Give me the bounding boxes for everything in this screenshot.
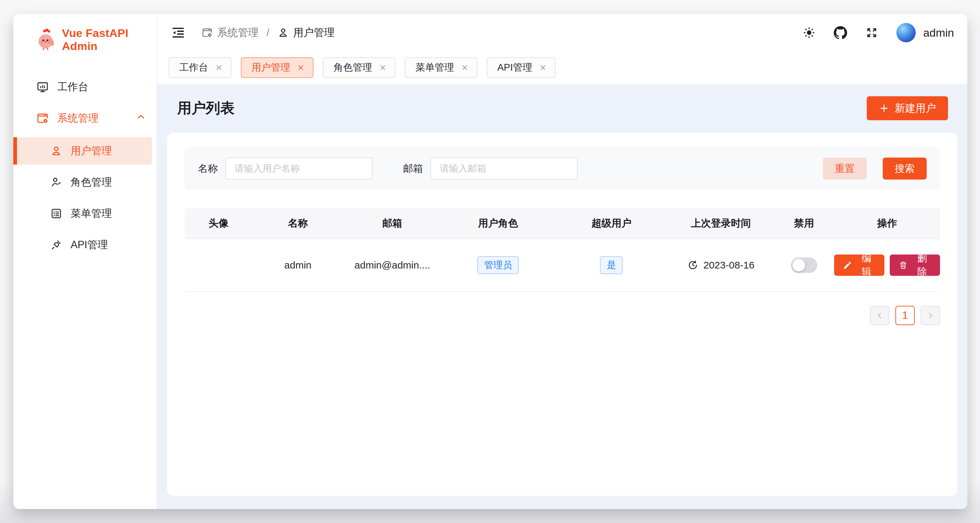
monitor-icon (36, 80, 49, 94)
person-arrow-icon (50, 176, 63, 189)
sidebar-item-api-management[interactable]: API管理 (13, 231, 157, 259)
pagination-prev-button[interactable] (870, 306, 889, 325)
sidebar-item-role-management[interactable]: 角色管理 (13, 169, 157, 196)
page-content: 用户列表 新建用户 名称 邮箱 重置 搜索 (157, 84, 967, 509)
sidebar-nav: 工作台 系统管理 (13, 75, 157, 262)
disabled-toggle[interactable] (791, 258, 817, 273)
column-superuser: 超级用户 (555, 216, 668, 230)
tab-close-icon[interactable] (461, 64, 469, 72)
tab-menu-management[interactable]: 菜单管理 (405, 57, 477, 78)
tab-bar: 工作台 用户管理 角色管理 菜单管理 (157, 51, 967, 84)
pagination-page-1[interactable]: 1 (896, 306, 915, 325)
sidebar-collapse-button[interactable] (170, 25, 186, 40)
last-login-cell: 2023-08-16 (668, 259, 774, 271)
tab-close-icon[interactable] (297, 64, 305, 72)
breadcrumb: 系统管理 / 用户管理 (201, 25, 334, 40)
tab-workbench[interactable]: 工作台 (169, 57, 232, 78)
tab-user-management[interactable]: 用户管理 (241, 57, 313, 78)
edit-button[interactable]: 编辑 (834, 254, 885, 276)
email-cell: admin@admin.... (343, 259, 441, 271)
tab-role-management[interactable]: 角色管理 (323, 57, 395, 78)
column-role: 用户角色 (441, 216, 555, 230)
theme-toggle-button[interactable] (802, 26, 816, 39)
breadcrumb-user[interactable]: 用户管理 (277, 25, 334, 40)
tab-label: 用户管理 (251, 61, 290, 74)
top-header: 系统管理 / 用户管理 (157, 14, 967, 51)
username: admin (923, 26, 954, 39)
menu-fold-icon (170, 25, 186, 40)
column-email: 邮箱 (343, 216, 441, 230)
email-filter-input[interactable] (430, 157, 578, 180)
page-header: 用户列表 新建用户 (167, 84, 957, 133)
tab-label: 角色管理 (333, 61, 372, 74)
tab-close-icon[interactable] (539, 64, 547, 72)
pagination-next-button[interactable] (921, 306, 940, 325)
sidebar-item-system[interactable]: 系统管理 (13, 106, 157, 130)
sidebar-item-user-management[interactable]: 用户管理 (13, 137, 152, 165)
name-filter-input[interactable] (225, 157, 372, 180)
disabled-cell (774, 258, 834, 273)
header-actions: admin (802, 23, 954, 42)
table-header-row: 头像 名称 邮箱 用户角色 超级用户 上次登录时间 禁用 操作 (185, 208, 940, 239)
chevron-right-icon (926, 311, 935, 320)
name-cell: admin (253, 259, 343, 271)
app-title: Vue FastAPI Admin (62, 27, 157, 52)
breadcrumb-separator: / (266, 27, 269, 38)
delete-button-label: 删除 (913, 252, 931, 278)
breadcrumb-system[interactable]: 系统管理 (201, 25, 258, 40)
actions-cell: 编辑 删除 (834, 254, 940, 276)
superuser-cell: 是 (555, 256, 668, 274)
column-name: 名称 (253, 216, 343, 230)
browser-settings-icon (36, 111, 49, 125)
filter-bar: 名称 邮箱 重置 搜索 (185, 147, 940, 190)
sidebar-item-label: 系统管理 (57, 111, 99, 125)
sidebar-item-menu-management[interactable]: 菜单管理 (13, 200, 157, 227)
role-cell: 管理员 (441, 256, 555, 274)
toggle-knob (792, 259, 805, 272)
tab-close-icon[interactable] (379, 64, 387, 72)
edit-button-label: 编辑 (857, 252, 876, 278)
column-actions: 操作 (834, 216, 940, 230)
chevron-left-icon (875, 311, 884, 320)
user-avatar (896, 23, 916, 42)
list-icon (50, 207, 63, 220)
tab-label: API管理 (497, 61, 532, 74)
expand-icon (865, 26, 878, 39)
sun-icon (802, 26, 816, 39)
delete-button[interactable]: 删除 (890, 254, 940, 276)
sidebar: Vue FastAPI Admin 工作台 系统管理 (13, 14, 157, 509)
user-list-card: 名称 邮箱 重置 搜索 头像 名称 邮箱 用户角色 (167, 133, 957, 496)
chick-icon (35, 28, 57, 51)
reset-button[interactable]: 重置 (823, 157, 867, 180)
chevron-up-icon (136, 112, 146, 125)
sidebar-item-label: 角色管理 (71, 175, 112, 189)
column-avatar: 头像 (185, 216, 253, 230)
github-link-button[interactable] (834, 26, 847, 39)
email-filter-label: 邮箱 (403, 162, 423, 176)
filter-actions: 重置 搜索 (823, 157, 927, 180)
browser-settings-icon (201, 27, 213, 39)
tab-close-icon[interactable] (215, 64, 223, 72)
pencil-icon (843, 260, 853, 270)
plug-icon (50, 238, 63, 251)
fullscreen-button[interactable] (865, 26, 878, 39)
sidebar-item-label: API管理 (71, 238, 108, 252)
trash-icon (898, 260, 908, 270)
app-window: Vue FastAPI Admin 工作台 系统管理 (13, 14, 967, 509)
history-clock-icon (687, 259, 698, 271)
table-row: admin admin@admin.... 管理员 是 (185, 239, 940, 292)
app-logo[interactable]: Vue FastAPI Admin (13, 14, 157, 52)
search-button[interactable]: 搜索 (883, 157, 927, 180)
person-icon (277, 27, 289, 39)
new-user-button[interactable]: 新建用户 (867, 96, 948, 120)
tab-api-management[interactable]: API管理 (487, 57, 555, 78)
column-disabled: 禁用 (774, 216, 834, 230)
new-user-button-label: 新建用户 (895, 101, 936, 115)
superuser-tag: 是 (600, 256, 622, 274)
sidebar-item-label: 工作台 (57, 80, 88, 94)
breadcrumb-label: 用户管理 (293, 25, 334, 40)
desktop-background: Vue FastAPI Admin 工作台 系统管理 (0, 0, 980, 523)
user-menu[interactable]: admin (896, 23, 954, 42)
sidebar-item-label: 用户管理 (71, 144, 112, 158)
sidebar-item-workbench[interactable]: 工作台 (13, 75, 157, 99)
